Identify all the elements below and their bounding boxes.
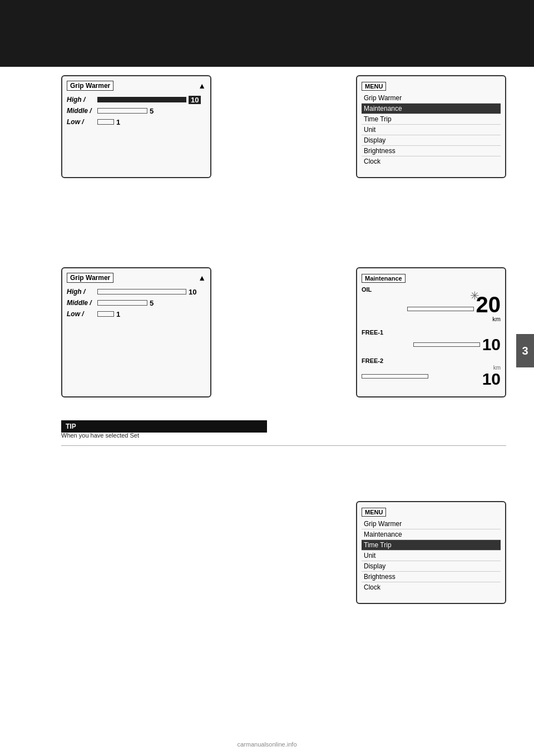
- free1-bar: [413, 342, 480, 347]
- free1-label: FREE-1: [362, 329, 501, 336]
- grip-number-middle-1: 5: [150, 107, 154, 115]
- oil-bar: [407, 307, 474, 311]
- grip-row-high-2: High / 10: [67, 287, 206, 296]
- grip-label-middle-2: Middle /: [67, 299, 97, 307]
- grip-label-high-1: High /: [67, 96, 97, 104]
- menu-item-clock-2[interactable]: Clock: [362, 582, 501, 592]
- free2-label: FREE-2: [362, 357, 501, 364]
- grip-number-middle-2: 5: [150, 299, 154, 307]
- grip-bar-low-2: [97, 311, 114, 317]
- grip-bar-middle-1: [97, 108, 147, 114]
- grip-row-high-1: High / 10: [67, 95, 206, 104]
- grip-bar-container-low-1: 1: [97, 117, 206, 126]
- menu-title-2: MENU: [362, 507, 501, 519]
- page-number-tab: 3: [516, 334, 534, 367]
- free2-bar: [362, 374, 428, 379]
- grip-warmer-header-2: Grip Warmer ▲: [67, 273, 206, 283]
- grip-warmer-header-1: Grip Warmer ▲: [67, 81, 206, 91]
- free1-value: 10: [482, 336, 501, 353]
- grip-bar-low-1: [97, 119, 114, 125]
- grip-number-low-1: 1: [116, 118, 120, 126]
- grip-number-low-2: 1: [116, 310, 120, 318]
- maintenance-title: Maintenance: [362, 273, 501, 286]
- grip-warmer-panel-2: Grip Warmer ▲ High / 10 Middle / 5: [61, 267, 211, 397]
- grip-bar-container-high-2: 10: [97, 287, 206, 296]
- grip-label-low-1: Low /: [67, 118, 97, 126]
- tip-text-content: When you have selected Set: [61, 431, 267, 440]
- grip-number-high-1: 10: [189, 96, 201, 104]
- free2-value: 10: [482, 371, 501, 387]
- content-area: 3 Grip Warmer ▲ High / 10 Middle /: [0, 0, 534, 756]
- menu-item-time-trip-2[interactable]: Time Trip: [362, 540, 501, 551]
- oil-starburst-icon: ✳: [470, 289, 479, 302]
- grip-warmer-title-1: Grip Warmer: [67, 81, 113, 91]
- panels-row-2: Grip Warmer ▲ High / 10 Middle / 5: [61, 267, 506, 397]
- grip-label-middle-1: Middle /: [67, 107, 97, 115]
- grip-bar-high-1: [97, 97, 186, 102]
- grip-row-low-1: Low / 1: [67, 117, 206, 126]
- oil-value: 20: [476, 293, 501, 316]
- grip-bar-container-middle-2: 5: [97, 298, 206, 307]
- grip-bar-middle-2: [97, 300, 147, 306]
- menu-item-grip-warmer-2[interactable]: Grip Warmer: [362, 519, 501, 529]
- panels-row-1: Grip Warmer ▲ High / 10 Middle / 5: [61, 75, 506, 178]
- grip-warmer-panel-1: Grip Warmer ▲ High / 10 Middle / 5: [61, 75, 211, 178]
- menu-item-time-trip-1[interactable]: Time Trip: [362, 114, 501, 125]
- menu-item-maintenance-1[interactable]: Maintenance: [362, 104, 501, 114]
- menu-items-1: Grip Warmer Maintenance Time Trip Unit D…: [362, 93, 501, 166]
- menu-item-clock-1[interactable]: Clock: [362, 156, 501, 166]
- menu-items-2: Grip Warmer Maintenance Time Trip Unit D…: [362, 519, 501, 592]
- maintenance-free1-row: FREE-1 10: [362, 329, 501, 353]
- menu-item-maintenance-2[interactable]: Maintenance: [362, 529, 501, 540]
- menu-item-brightness-2[interactable]: Brightness: [362, 572, 501, 582]
- menu-item-brightness-1[interactable]: Brightness: [362, 146, 501, 156]
- tip-label: TIP: [66, 423, 76, 430]
- grip-warmer-title-2: Grip Warmer: [67, 273, 113, 283]
- menu-title-1: MENU: [362, 81, 501, 93]
- menu-panel-2: MENU Grip Warmer Maintenance Time Trip U…: [356, 501, 506, 604]
- watermark: carmanualsonline.info: [237, 741, 296, 748]
- menu-item-grip-warmer-1[interactable]: Grip Warmer: [362, 93, 501, 104]
- grip-number-high-2: 10: [189, 288, 196, 296]
- grip-warmer-icon-2: ▲: [198, 273, 206, 282]
- empty-left-3: [61, 501, 211, 604]
- grip-bar-container-low-2: 1: [97, 310, 206, 318]
- grip-row-middle-2: Middle / 5: [67, 298, 206, 307]
- oil-unit: km: [492, 316, 501, 322]
- maintenance-free2-row: FREE-2 km 10: [362, 357, 501, 387]
- grip-bar-container-high-1: 10: [97, 95, 206, 104]
- tip-text: When you have selected Set: [61, 432, 139, 439]
- menu-item-display-2[interactable]: Display: [362, 561, 501, 572]
- menu-panel-1: MENU Grip Warmer Maintenance Time Trip U…: [356, 75, 506, 178]
- grip-bar-container-middle-1: 5: [97, 106, 206, 115]
- tip-bar: TIP: [61, 420, 267, 433]
- top-black-bar: [0, 0, 534, 67]
- panels-row-3: MENU Grip Warmer Maintenance Time Trip U…: [61, 501, 506, 604]
- grip-row-low-2: Low / 1: [67, 310, 206, 318]
- grip-label-high-2: High /: [67, 288, 97, 296]
- grip-warmer-icon-1: ▲: [198, 81, 206, 90]
- menu-item-unit-2[interactable]: Unit: [362, 551, 501, 561]
- menu-item-display-1[interactable]: Display: [362, 135, 501, 146]
- maintenance-panel: Maintenance OIL ✳ 20 km FREE-1: [356, 267, 506, 397]
- grip-label-low-2: Low /: [67, 310, 97, 318]
- grip-row-middle-1: Middle / 5: [67, 106, 206, 115]
- menu-item-unit-1[interactable]: Unit: [362, 125, 501, 135]
- h-line-1: [61, 445, 506, 446]
- grip-bar-high-2: [97, 289, 186, 294]
- maintenance-oil-row: OIL ✳ 20 km: [362, 286, 501, 325]
